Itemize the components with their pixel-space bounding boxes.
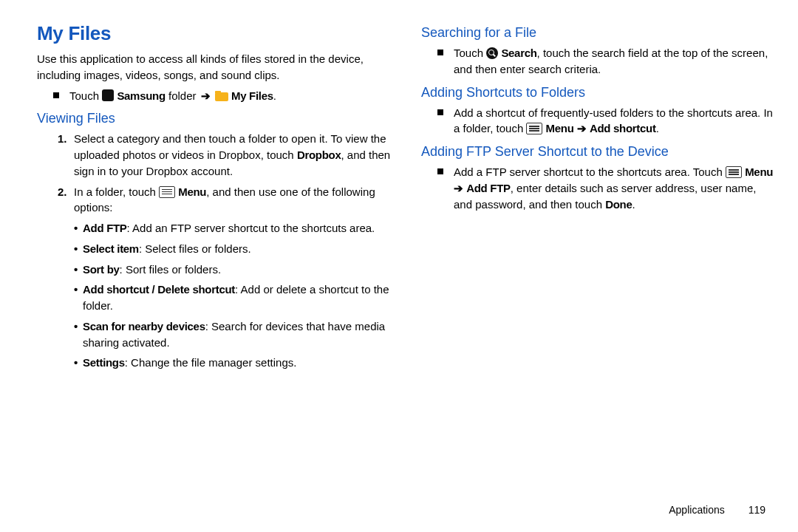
menu-icon [726, 166, 742, 178]
shortcuts-instruction: Add a shortcut of frequently-used folder… [437, 105, 776, 137]
search-icon [486, 47, 498, 59]
menu-icon [159, 186, 175, 198]
intro-text: Use this application to access all kinds… [37, 51, 392, 83]
list-item: 1. Select a category and then touch a fo… [58, 131, 392, 179]
right-column: Searching for a File Touch Search, touch… [421, 22, 776, 375]
square-bullet-icon [437, 168, 443, 174]
option-item: • Settings: Change the file manager sett… [74, 355, 392, 371]
option-item: • Add shortcut / Delete shortcut: Add or… [74, 282, 392, 314]
page-footer: Applications 119 [669, 504, 765, 516]
search-instruction: Touch Search, touch the search field at … [437, 45, 776, 78]
list-number: 1. [58, 131, 74, 147]
ordered-list: 1. Select a category and then touch a fo… [37, 131, 392, 216]
section-searching: Searching for a File [421, 25, 776, 41]
option-item: • Add FTP: Add an FTP server shortcut to… [74, 220, 392, 236]
list-number: 2. [58, 184, 74, 200]
page-number: 119 [748, 504, 765, 516]
section-viewing-files: Viewing Files [37, 111, 392, 126]
square-bullet-icon [53, 92, 59, 98]
app-icon [102, 89, 114, 101]
square-bullet-icon [437, 50, 443, 55]
option-item: • Select item: Select files or folders. [74, 241, 392, 257]
nav-instruction: Touch Samsung folder ➔ My Files. [53, 88, 392, 104]
ftp-instruction: Add a FTP server shortcut to the shortcu… [437, 164, 776, 212]
section-adding-ftp: Adding FTP Server Shortcut to the Device [421, 144, 776, 160]
page-body: My Files Use this application to access … [0, 0, 798, 383]
list-item: 2. In a folder, touch Menu, and then use… [58, 184, 392, 216]
folder-icon [215, 91, 228, 101]
section-adding-shortcuts: Adding Shortcuts to Folders [421, 85, 776, 100]
nav-text: Touch Samsung folder ➔ My Files. [69, 88, 276, 104]
left-column: My Files Use this application to access … [37, 22, 392, 375]
menu-icon [526, 123, 542, 134]
page-title: My Files [37, 22, 392, 45]
footer-section: Applications [669, 504, 725, 516]
square-bullet-icon [437, 109, 443, 115]
option-item: • Sort by: Sort files or folders. [74, 262, 392, 278]
option-item: • Scan for nearby devices: Search for de… [74, 318, 392, 351]
